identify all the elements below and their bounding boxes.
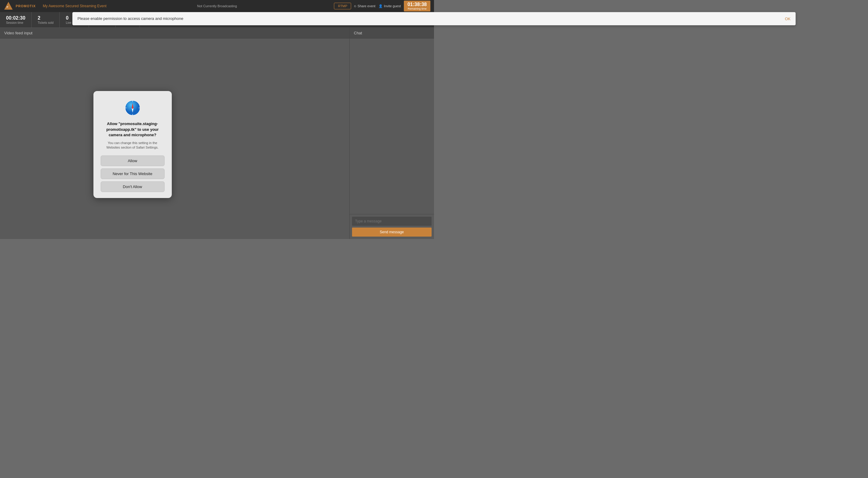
chat-input-area: Send message bbox=[350, 214, 434, 239]
stat-label: Tickets sold bbox=[38, 21, 53, 24]
remaining-time-value: 01:38:38 bbox=[407, 2, 427, 7]
event-title: My Awesome Secured Streaming Event bbox=[43, 4, 106, 8]
rtmp-button[interactable]: RTMP bbox=[334, 3, 351, 9]
safari-icon bbox=[124, 99, 141, 116]
video-feed-label: Video feed input bbox=[0, 28, 349, 39]
header: P PROMOTIX My Awesome Secured Streaming … bbox=[0, 0, 434, 12]
stat-item: 2 Tickets sold bbox=[32, 12, 60, 27]
dont-allow-button[interactable]: Don't Allow bbox=[101, 182, 164, 192]
chat-panel: Chat Send message bbox=[350, 28, 434, 239]
promotix-logo-icon: P bbox=[4, 1, 13, 11]
logo-area: P PROMOTIX bbox=[4, 1, 40, 11]
chat-content bbox=[350, 39, 434, 214]
notification-text: Please enable permission to access camer… bbox=[78, 16, 183, 22]
allow-button[interactable]: Allow bbox=[101, 156, 164, 166]
send-message-button[interactable]: Send message bbox=[352, 228, 432, 236]
invite-icon: 👤 bbox=[378, 4, 383, 8]
chat-label: Chat bbox=[350, 28, 434, 39]
share-icon: ⎋ bbox=[354, 4, 356, 8]
video-feed-content: Allow "promosuite.staging-promotixapp.tk… bbox=[0, 39, 349, 238]
header-right: RTMP ⎋ Share event 👤 Invite guest 01:38:… bbox=[334, 1, 430, 11]
dialog-subtitle: You can change this setting in the Websi… bbox=[101, 141, 164, 150]
logo-text: PROMOTIX bbox=[16, 4, 36, 8]
svg-text:P: P bbox=[7, 6, 8, 8]
invite-guest-button[interactable]: 👤 Invite guest bbox=[378, 4, 401, 8]
broadcast-status: Not Currently Broadcasting bbox=[197, 4, 237, 8]
video-feed-panel: Video feed input bbox=[0, 28, 350, 239]
dialog-title: Allow "promosuite.staging-promotixapp.tk… bbox=[101, 121, 164, 138]
stat-item: 00:02:30 Session time bbox=[0, 12, 32, 27]
remaining-time-box: 01:38:38 Remaining time bbox=[404, 1, 430, 11]
permission-dialog: Allow "promosuite.staging-promotixapp.tk… bbox=[93, 91, 172, 198]
main-layout: Video feed input bbox=[0, 28, 434, 239]
notification-bar: Please enable permission to access camer… bbox=[72, 12, 434, 25]
never-for-website-button[interactable]: Never for This Website bbox=[101, 168, 164, 179]
remaining-time-label: Remaining time bbox=[407, 7, 427, 10]
share-event-button[interactable]: ⎋ Share event bbox=[354, 4, 375, 8]
stat-value: 2 bbox=[38, 15, 53, 21]
stat-value: 00:02:30 bbox=[6, 15, 25, 21]
chat-message-input[interactable] bbox=[352, 217, 432, 226]
svg-marker-0 bbox=[4, 2, 13, 10]
stat-label: Session time bbox=[6, 21, 25, 24]
dialog-overlay: Allow "promosuite.staging-promotixapp.tk… bbox=[0, 51, 265, 238]
